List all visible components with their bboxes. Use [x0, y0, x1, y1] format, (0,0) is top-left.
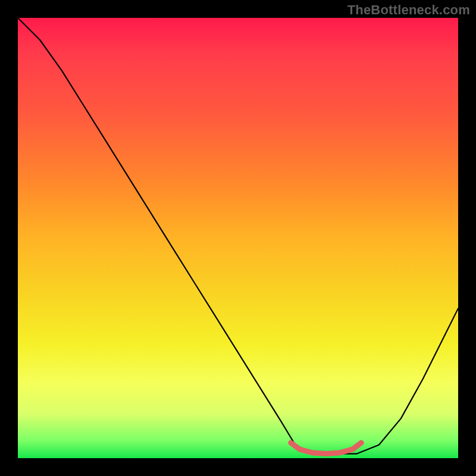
chart-overlay: [18, 18, 458, 458]
chart-frame: TheBottleneck.com: [0, 0, 476, 476]
highlight-valley: [291, 443, 361, 454]
watermark-text: TheBottleneck.com: [347, 2, 470, 18]
bottleneck-curve: [18, 18, 458, 454]
